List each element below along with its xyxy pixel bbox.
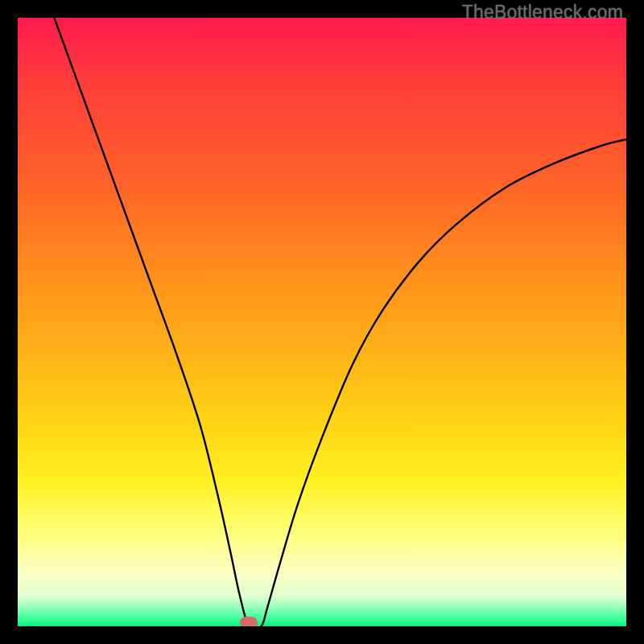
watermark-text: TheBottleneck.com xyxy=(462,2,623,23)
chart-stage: TheBottleneck.com xyxy=(0,0,644,644)
chart-frame xyxy=(0,0,644,644)
